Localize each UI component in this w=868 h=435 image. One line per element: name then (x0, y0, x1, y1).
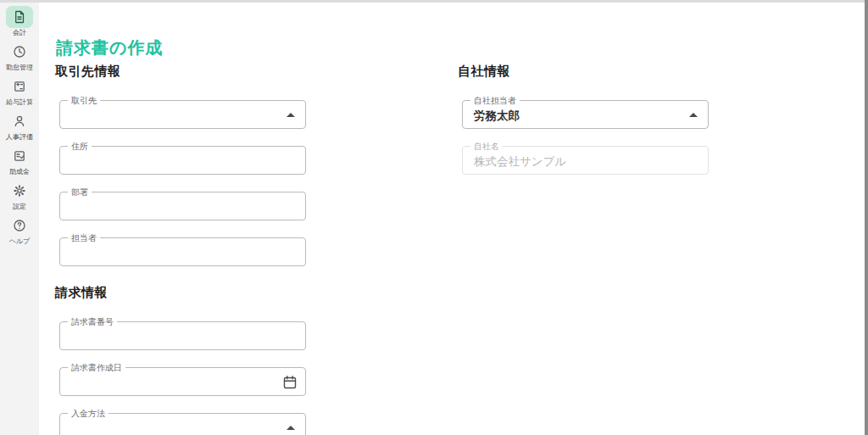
page-title: 請求書の作成 (56, 36, 163, 59)
field-label: 入金方法 (68, 409, 108, 418)
company-contact-select-field[interactable]: 自社担当者 労務太郎 (462, 100, 709, 129)
client-select-field[interactable]: 取引先 (59, 100, 306, 129)
sidebar-item-attendance[interactable]: 勤怠管理 (0, 41, 39, 72)
clock-icon (6, 41, 33, 63)
help-icon (6, 215, 33, 237)
sidebar-item-label: 勤怠管理 (6, 64, 33, 72)
caret-up-icon (287, 113, 295, 117)
caret-up-icon (689, 113, 698, 117)
field-label: 請求書番号 (68, 317, 117, 326)
sidebar-item-hr-evaluation[interactable]: 人事評価 (0, 110, 39, 142)
sidebar: 会計 勤怠管理 給与計算 人事評価 (0, 0, 39, 435)
fact-check-icon (6, 145, 33, 167)
client-info-section: 取引先情報 取引先 住所 部署 担当者 請求情報 請求書番号 請求書作成日 (59, 64, 306, 435)
field-label: 自社担当者 (470, 96, 520, 105)
invoice-date-field[interactable]: 請求書作成日 (59, 367, 306, 396)
caret-up-icon (287, 426, 295, 430)
sidebar-item-label: 助成金 (9, 168, 30, 176)
sidebar-item-help[interactable]: ヘルプ (0, 215, 39, 246)
field-label: 請求書作成日 (68, 363, 125, 372)
sidebar-item-accounting[interactable]: 会計 (0, 6, 39, 37)
sidebar-item-label: ヘルプ (9, 237, 31, 246)
calendar-icon[interactable] (282, 375, 298, 390)
sidebar-item-label: 給与計算 (6, 98, 33, 107)
window-top-edge (0, 0, 868, 3)
sidebar-item-payroll[interactable]: 給与計算 (0, 75, 39, 107)
file-icon (6, 6, 33, 28)
company-info-section: 自社情報 自社担当者 労務太郎 自社名 株式会社サンプル (462, 64, 709, 192)
client-info-heading: 取引先情報 (55, 64, 306, 78)
person-icon (6, 110, 33, 132)
sidebar-item-label: 設定 (13, 203, 26, 211)
company-info-heading: 自社情報 (458, 64, 709, 78)
field-label: 部署 (68, 187, 92, 197)
company-name-field: 自社名 株式会社サンプル (462, 146, 709, 175)
scrollbar[interactable] (865, 0, 868, 435)
gear-icon (6, 180, 33, 202)
sidebar-item-label: 人事評価 (6, 133, 33, 142)
field-label: 自社名 (470, 142, 503, 151)
sidebar-item-settings[interactable]: 設定 (0, 180, 39, 211)
invoice-number-field[interactable]: 請求書番号 (59, 321, 306, 350)
invoice-info-heading: 請求情報 (55, 285, 306, 299)
invoice-create-page: 請求書の作成 取引先情報 取引先 住所 部署 担当者 請求情報 請求書番号 請求… (39, 3, 865, 435)
sidebar-item-subsidy[interactable]: 助成金 (0, 145, 39, 176)
field-label: 担当者 (68, 233, 100, 243)
address-field[interactable]: 住所 (59, 146, 306, 175)
field-value: 株式会社サンプル (474, 154, 566, 170)
payment-method-field[interactable]: 入金方法 (59, 413, 306, 435)
field-label: 住所 (68, 142, 92, 151)
department-field[interactable]: 部署 (59, 192, 306, 220)
calculator-icon (6, 75, 33, 98)
sidebar-item-label: 会計 (13, 29, 26, 37)
contact-person-field[interactable]: 担当者 (59, 237, 306, 266)
field-label: 取引先 (68, 96, 100, 105)
field-value: 労務太郎 (474, 109, 520, 124)
